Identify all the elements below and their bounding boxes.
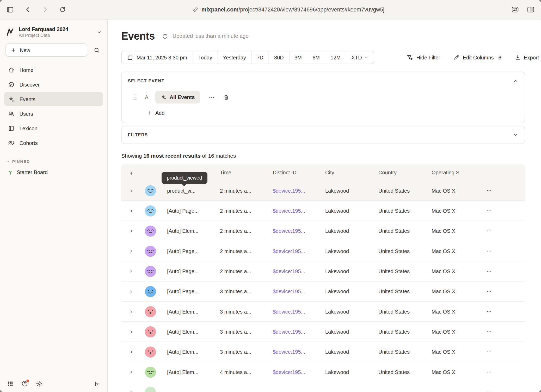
edit-columns-button[interactable]: Edit Columns · 6	[453, 54, 501, 60]
page-settings-icon[interactable]	[511, 5, 519, 14]
table-row[interactable]: [Auto] Elem... 3 minutes a... $device:19…	[121, 342, 525, 362]
row-expand-chevron-icon[interactable]	[129, 329, 134, 334]
row-avatar	[145, 346, 156, 358]
table-row[interactable]: [Auto] Page... 2 minutes a... $device:19…	[121, 241, 525, 261]
sidebar-item-lexicon[interactable]: Lexicon	[4, 121, 103, 135]
row-more-icon[interactable]	[486, 309, 525, 315]
sidebar-item-events[interactable]: Events	[4, 92, 103, 106]
row-more-icon[interactable]	[486, 228, 525, 234]
range-today[interactable]: Today	[193, 51, 218, 64]
project-switcher[interactable]: Lord Farquaad 2024 All Project Data	[0, 20, 107, 42]
row-expand-chevron-icon[interactable]	[129, 309, 134, 314]
forward-button-icon[interactable]	[42, 6, 49, 13]
row-os: Mac OS X	[431, 228, 479, 234]
row-distinct-id-link[interactable]: $device:195...	[272, 208, 324, 214]
row-expand-chevron-icon[interactable]	[129, 249, 134, 254]
range-6m[interactable]: 6M	[307, 51, 325, 64]
range-7d[interactable]: 7D	[251, 51, 269, 64]
table-row[interactable]: [Auto] Elem... 2 minutes a... $device:19…	[121, 221, 525, 241]
reload-button-icon[interactable]	[59, 6, 66, 13]
hide-filter-button[interactable]: Hide Filter	[407, 54, 440, 60]
back-button-icon[interactable]	[24, 6, 31, 13]
row-more-icon[interactable]	[486, 389, 525, 392]
date-picker-button[interactable]: Mar 11, 2025 3:30 pm	[122, 51, 193, 64]
row-expand-chevron-icon[interactable]	[129, 390, 134, 392]
row-expand-chevron-icon[interactable]	[129, 188, 134, 193]
row-distinct-id-link[interactable]: $device:195...	[272, 228, 324, 234]
apps-grid-icon[interactable]	[7, 380, 14, 387]
row-distinct-id-link[interactable]: $device:195...	[272, 268, 324, 274]
row-expand-chevron-icon[interactable]	[129, 350, 134, 354]
row-expand-chevron-icon[interactable]	[129, 269, 134, 274]
row-distinct-id-link[interactable]: $device:195...	[272, 188, 324, 194]
row-time: 3 minutes a...	[219, 309, 272, 315]
edit-columns-label: Edit Columns · 6	[463, 54, 501, 60]
row-more-icon[interactable]	[486, 208, 525, 214]
sidebar-item-starter-board[interactable]: Starter Board	[0, 169, 107, 175]
row-more-icon[interactable]	[486, 188, 525, 194]
row-time: 2 minutes a...	[219, 268, 272, 274]
delete-event-icon[interactable]	[223, 94, 229, 100]
plus-icon	[11, 47, 16, 53]
table-row[interactable]	[121, 382, 525, 392]
export-button[interactable]: Export	[514, 54, 539, 60]
row-more-icon[interactable]	[486, 369, 525, 375]
all-events-selector-button[interactable]: All Events	[155, 91, 200, 103]
sidebar-item-discover[interactable]: Discover	[4, 77, 103, 91]
range-label: 3M	[294, 54, 302, 60]
all-events-icon	[161, 94, 167, 100]
row-distinct-id-link[interactable]: $device:195...	[272, 309, 324, 315]
range-12m[interactable]: 12M	[325, 51, 346, 64]
collapse-rows-icon[interactable]	[121, 170, 141, 175]
sidebar-item-users[interactable]: Users	[4, 107, 103, 120]
row-distinct-id-link[interactable]: $device:195...	[272, 329, 324, 335]
split-view-icon[interactable]	[527, 5, 535, 14]
table-row[interactable]: [Auto] Elem... 4 minutes a... $device:19…	[121, 362, 525, 382]
table-row[interactable]: [Auto] Page... 2 minutes a... $device:19…	[121, 261, 525, 281]
row-distinct-id-link[interactable]: $device:195...	[272, 369, 324, 375]
browser-sidebar-toggle-icon[interactable]	[6, 6, 14, 13]
new-button[interactable]: New	[5, 44, 87, 57]
table-row[interactable]: [Auto] Page... 2 minutes a... $device:19…	[121, 201, 525, 221]
sidebar-item-cohorts[interactable]: Cohorts	[4, 136, 103, 150]
table-row[interactable]: [Auto] Elem... 3 minutes a... $device:19…	[121, 302, 525, 322]
gear-icon[interactable]	[36, 380, 43, 387]
range-3m[interactable]: 3M	[289, 51, 307, 64]
row-time: 2 minutes a...	[219, 188, 272, 194]
row-expand-chevron-icon[interactable]	[129, 229, 134, 234]
table-row[interactable]: [Auto] Elem... 3 minutes a... $device:19…	[121, 322, 525, 342]
row-expand-chevron-icon[interactable]	[129, 289, 134, 294]
sidebar-item-home[interactable]: Home	[4, 63, 103, 77]
sidebar-item-label: Events	[20, 96, 35, 102]
row-distinct-id-link[interactable]: $device:195...	[272, 349, 324, 355]
range-yesterday[interactable]: Yesterday	[217, 51, 251, 64]
collapse-sidebar-icon[interactable]	[94, 380, 100, 387]
help-icon[interactable]	[21, 380, 28, 387]
pinned-section-header[interactable]: PINNED	[0, 160, 107, 164]
event-more-options-icon[interactable]	[208, 94, 214, 100]
sidebar-item-label: Users	[20, 111, 33, 117]
chevron-up-icon[interactable]	[513, 78, 518, 84]
row-distinct-id-link[interactable]: $device:195...	[272, 248, 324, 254]
search-button[interactable]	[90, 44, 103, 57]
add-event-button[interactable]: Add	[147, 110, 518, 116]
row-expand-chevron-icon[interactable]	[129, 370, 134, 375]
range-xtd[interactable]: XTD	[346, 51, 374, 64]
table-row[interactable]: [Auto] Page... 3 minutes a... $device:19…	[121, 281, 525, 302]
row-country: United States	[378, 188, 431, 194]
row-more-icon[interactable]	[486, 349, 525, 355]
url-field[interactable]: mixpanel.com/project/3472420/view/397469…	[66, 7, 511, 13]
chevron-down-icon[interactable]	[513, 132, 518, 138]
row-more-icon[interactable]	[486, 248, 525, 254]
row-avatar	[145, 225, 156, 237]
refresh-icon[interactable]	[161, 33, 168, 39]
row-city: Lakewood	[324, 248, 378, 254]
range-30d[interactable]: 30D	[269, 51, 289, 64]
row-distinct-id-link[interactable]: $device:195...	[272, 289, 324, 295]
row-more-icon[interactable]	[486, 329, 525, 335]
row-more-icon[interactable]	[486, 268, 525, 274]
drag-handle-icon[interactable]	[133, 94, 137, 101]
row-more-icon[interactable]	[486, 289, 525, 295]
users-icon	[8, 110, 15, 117]
row-expand-chevron-icon[interactable]	[129, 208, 134, 213]
